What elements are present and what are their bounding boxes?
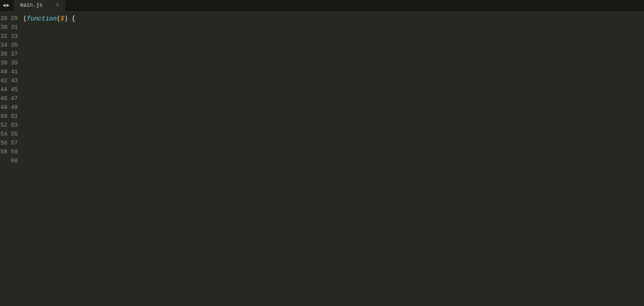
nav-next-icon[interactable]: ▶ xyxy=(7,2,10,8)
code-area[interactable]: (function($) { xyxy=(21,11,76,306)
tab-label: main.js xyxy=(20,2,42,8)
tab-nav-arrows: ◀ ▶ xyxy=(0,2,12,8)
nav-prev-icon[interactable]: ◀ xyxy=(3,2,6,8)
line-number-gutter: 28 29 30 31 32 33 34 35 36 37 38 39 40 4… xyxy=(0,11,21,306)
close-icon[interactable]: × xyxy=(56,2,60,8)
tab-bar: ◀ ▶ main.js × xyxy=(0,0,644,11)
tab-main-js[interactable]: main.js × xyxy=(14,0,65,11)
editor[interactable]: 28 29 30 31 32 33 34 35 36 37 38 39 40 4… xyxy=(0,11,644,306)
